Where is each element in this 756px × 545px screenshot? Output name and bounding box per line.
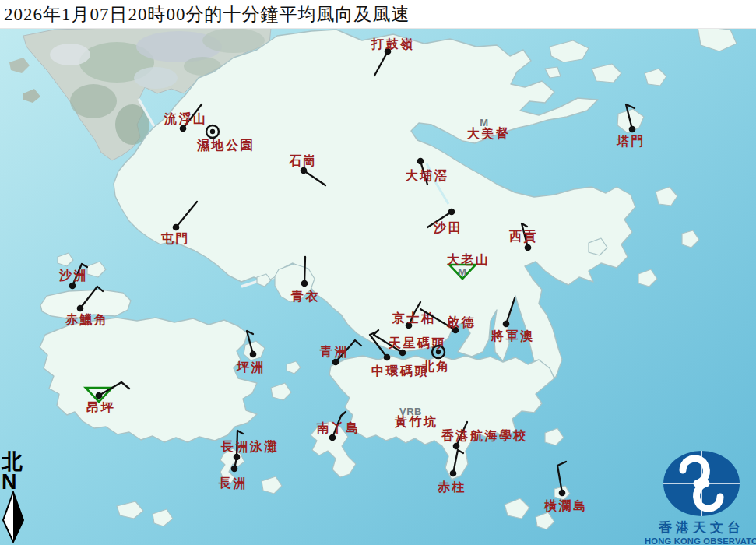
station-label: 塔門 xyxy=(616,135,645,148)
station-label: 青衣 xyxy=(290,290,320,303)
station-dot xyxy=(450,470,457,477)
station-label: 赤鱲角 xyxy=(65,313,109,326)
station-dot xyxy=(210,129,215,134)
north-compass: 北 N xyxy=(2,452,28,545)
wind-map-screen: 打鼓嶺流浮山濕地公園石崗M大美督塔門大埔滘沙田西貢M大老山屯門沙洲赤鱲角青衣京士… xyxy=(0,0,756,545)
station-dot xyxy=(448,209,455,216)
north-label-en: N xyxy=(2,473,28,491)
compass-needle-icon xyxy=(2,491,28,543)
title-bar: 2026年1月07日20時00分的十分鐘平均風向及風速 xyxy=(0,0,756,29)
station-label: 坪洲 xyxy=(236,360,265,374)
station-label: 赤柱 xyxy=(437,480,466,494)
station-label: 屯門 xyxy=(160,232,190,245)
station-label: 長洲 xyxy=(218,476,248,490)
station-label: 啟德 xyxy=(446,315,476,329)
station-label: 香港航海學校 xyxy=(441,428,528,442)
station-dot xyxy=(436,350,441,354)
hko-logo-icon xyxy=(663,450,740,517)
station-dot xyxy=(231,466,238,473)
station-label: 長洲泳灘 xyxy=(220,439,279,453)
hko-logo-text-en: HONG KONG OBSERVATORY xyxy=(645,536,756,545)
wind-barb xyxy=(304,257,305,283)
station-label: 青洲 xyxy=(319,345,349,358)
station-dot xyxy=(453,443,460,450)
station-label: 黃竹坑 xyxy=(394,415,438,428)
station-dot xyxy=(525,244,532,251)
station-dot xyxy=(96,392,103,399)
station-label: 打鼓嶺 xyxy=(371,37,415,51)
station-label: 將軍澳 xyxy=(491,329,535,343)
station-dot xyxy=(384,354,391,361)
station-dot xyxy=(629,126,636,133)
station-label: 沙洲 xyxy=(58,269,88,282)
station-dot xyxy=(180,125,187,132)
station-label: 石崗 xyxy=(288,154,318,167)
station-label: 西貢 xyxy=(508,230,538,244)
north-label-zh: 北 xyxy=(2,452,28,473)
hko-logo: 香港天文台 HONG KONG OBSERVATORY xyxy=(645,450,756,545)
station-label: 京士柏 xyxy=(392,311,436,325)
station-label: 中環碼頭 xyxy=(371,364,429,378)
station-dot xyxy=(301,280,308,287)
station-dot xyxy=(559,490,566,497)
station-dot xyxy=(329,434,336,441)
station-note: M xyxy=(458,266,466,278)
station-dot xyxy=(69,283,76,290)
station-label: 大老山 xyxy=(447,253,491,266)
map-title: 2026年1月07日20時00分的十分鐘平均風向及風速 xyxy=(4,2,410,26)
station-label: 南丫島 xyxy=(316,421,360,434)
station-label: 北角 xyxy=(421,360,451,373)
station-dot xyxy=(417,158,424,165)
hko-logo-text-zh: 香港天文台 xyxy=(645,519,756,536)
station-dot xyxy=(332,359,339,366)
station-dot xyxy=(301,167,308,174)
station-label: 天星碼頭 xyxy=(388,336,446,350)
station-dot xyxy=(503,321,510,328)
station-dot xyxy=(250,351,257,358)
station-label: 流浮山 xyxy=(164,111,208,125)
station-dot xyxy=(77,305,84,312)
station-label: 橫瀾島 xyxy=(543,499,588,512)
station-dot xyxy=(399,350,406,357)
station-label: 大美督 xyxy=(467,126,511,140)
station-label: 濕地公園 xyxy=(196,139,255,153)
station-label: 昂坪 xyxy=(86,401,115,414)
station-label: 沙田 xyxy=(433,221,462,234)
station-label: 大埔滘 xyxy=(406,168,449,182)
hong-kong-map: 打鼓嶺流浮山濕地公園石崗M大美督塔門大埔滘沙田西貢M大老山屯門沙洲赤鱲角青衣京士… xyxy=(0,0,756,545)
station-dot xyxy=(173,224,180,231)
